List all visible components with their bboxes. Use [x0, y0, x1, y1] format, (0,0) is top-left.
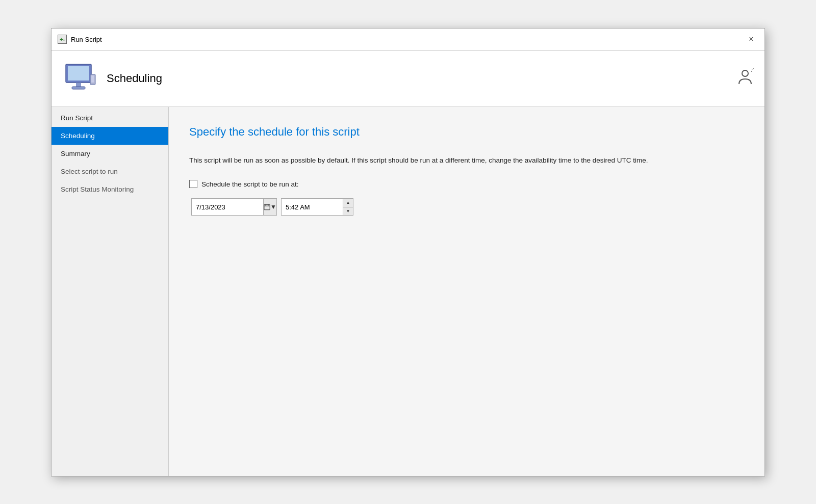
title-bar: +- Run Script × [52, 29, 764, 51]
computer-icon [62, 60, 98, 97]
date-input-wrapper: ▼ [191, 198, 277, 216]
sidebar: Run Script Scheduling Summary Select scr… [52, 107, 169, 476]
sidebar-item-summary[interactable]: Summary [52, 145, 168, 163]
time-decrement-button[interactable]: ▼ [343, 207, 353, 216]
sidebar-item-script-status[interactable]: Script Status Monitoring [52, 180, 168, 198]
title-bar-left: +- Run Script [58, 35, 102, 44]
sidebar-item-select-script[interactable]: Select script to run [52, 163, 168, 180]
sidebar-item-run-script[interactable]: Run Script [52, 109, 168, 127]
svg-text:?: ? [750, 68, 754, 73]
time-input[interactable] [282, 199, 343, 215]
time-increment-button[interactable]: ▲ [343, 199, 353, 207]
svg-rect-5 [91, 75, 94, 83]
help-icon[interactable]: ? [736, 68, 754, 90]
date-time-row: ▼ ▲ ▼ [191, 198, 744, 216]
calendar-icon [264, 203, 270, 210]
header-left: Scheduling [62, 60, 162, 97]
schedule-checkbox[interactable] [189, 180, 197, 188]
run-script-dialog: +- Run Script × Scheduling [51, 28, 765, 476]
description-text: This script will be run as soon as possi… [189, 155, 648, 166]
header-title: Scheduling [107, 72, 162, 85]
dialog-body: Run Script Scheduling Summary Select scr… [52, 107, 764, 476]
svg-point-6 [742, 70, 748, 76]
panel-heading: Specify the schedule for this script [189, 125, 744, 139]
schedule-checkbox-row: Schedule the script to be run at: [189, 180, 744, 188]
svg-rect-1 [68, 66, 89, 81]
svg-rect-2 [76, 83, 81, 87]
schedule-checkbox-container: Schedule the script to be run at: [189, 180, 299, 188]
sidebar-item-scheduling[interactable]: Scheduling [52, 127, 168, 145]
svg-rect-3 [72, 87, 85, 89]
time-spinner: ▲ ▼ [343, 199, 353, 215]
schedule-checkbox-label: Schedule the script to be run at: [201, 180, 299, 188]
main-panel: Specify the schedule for this script Thi… [169, 107, 764, 476]
close-button[interactable]: × [744, 32, 758, 46]
dialog-icon: +- [58, 35, 67, 44]
time-input-wrapper: ▲ ▼ [281, 198, 353, 216]
dialog-header: Scheduling ? [52, 51, 764, 107]
svg-rect-8 [264, 204, 270, 209]
dialog-title: Run Script [71, 36, 102, 43]
user-help-icon: ? [736, 68, 754, 86]
calendar-button[interactable]: ▼ [263, 199, 276, 215]
date-input[interactable] [192, 199, 263, 215]
